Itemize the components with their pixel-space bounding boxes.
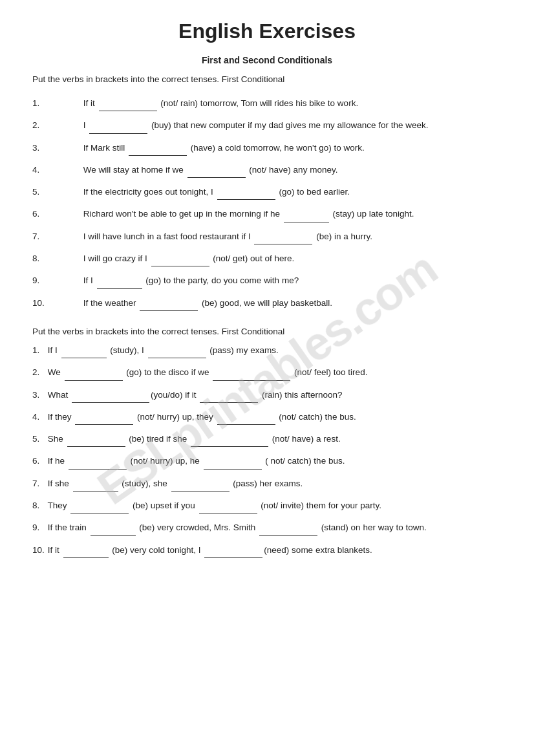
s2-blank-10-2 bbox=[204, 548, 262, 558]
num-6: 6. bbox=[32, 206, 52, 222]
sentence-8: 8. I will go crazy if I (not/ get) out o… bbox=[32, 251, 502, 266]
blank-9-1 bbox=[97, 279, 142, 289]
s2-blank-6-2 bbox=[204, 459, 262, 470]
s2-blank-8-2 bbox=[199, 503, 257, 513]
s2-sentence-9: 9. If the train (be) very crowded, Mrs. … bbox=[32, 520, 502, 535]
sentence-1: 1. If it (not/ rain) tomorrow, Tom will … bbox=[32, 96, 502, 111]
s2-blank-2-2 bbox=[213, 371, 290, 381]
s2-num-6: 6. bbox=[32, 453, 45, 469]
blank-2-1 bbox=[89, 124, 147, 134]
s2-num-9: 9. bbox=[32, 520, 45, 535]
s2-sentence-6: 6. If he (not/ hurry) up, he ( not/ catc… bbox=[32, 453, 502, 469]
s2-blank-5-2 bbox=[191, 437, 268, 447]
s2-sentence-7: 7. If she (study), she (pass) her exams. bbox=[32, 476, 502, 491]
num-2: 2. bbox=[32, 118, 52, 133]
s2-blank-9-2 bbox=[259, 526, 317, 536]
blank-7-1 bbox=[254, 234, 312, 244]
s2-num-2: 2. bbox=[32, 365, 45, 380]
s2-num-10: 10. bbox=[32, 543, 45, 558]
s2-num-3: 3. bbox=[32, 387, 45, 403]
s2-blank-6-1 bbox=[69, 459, 127, 470]
s5-text: If the electricity goes out tonight, I (… bbox=[83, 187, 350, 197]
s2-blank-3-2 bbox=[200, 393, 258, 403]
s9-text: If I (go) to the party, do you come with… bbox=[83, 275, 299, 285]
s2-sentence-2: 2. We (go) to the disco if we (not/ feel… bbox=[32, 365, 502, 380]
s3-text: If Mark still (have) a cold tomorrow, he… bbox=[83, 143, 365, 153]
num-3: 3. bbox=[32, 140, 52, 156]
sentence-6: 6. Richard won't be able to get up in th… bbox=[32, 206, 502, 222]
blank-1-1 bbox=[99, 101, 157, 111]
s2-blank-3-1 bbox=[72, 393, 149, 403]
section2-instruction: Put the verbs in brackets into the corre… bbox=[32, 327, 502, 336]
s2-blank-1-2 bbox=[148, 348, 206, 358]
s2-blank-9-1 bbox=[91, 526, 136, 536]
s2-num-1: 1. bbox=[32, 343, 45, 358]
blank-3-1 bbox=[129, 146, 187, 156]
s4-text: We will stay at home if we (not/ have) a… bbox=[83, 165, 338, 175]
s2-sentence-10: 10. If it (be) very cold tonight, I (nee… bbox=[32, 543, 502, 558]
s2-blank-4-1 bbox=[75, 415, 133, 425]
blank-8-1 bbox=[151, 256, 209, 266]
s2-num-7: 7. bbox=[32, 476, 45, 491]
section1-instruction: Put the verbs in brackets into the corre… bbox=[32, 74, 502, 84]
page-title: English Exercises bbox=[32, 19, 502, 43]
num-4: 4. bbox=[32, 162, 52, 178]
sentence-9: 9. If I (go) to the party, do you come w… bbox=[32, 273, 502, 288]
s2-num-5: 5. bbox=[32, 431, 45, 447]
num-9: 9. bbox=[32, 273, 52, 288]
num-10: 10. bbox=[32, 296, 52, 311]
s2-sentence-5: 5. She (be) tired if she (not/ have) a r… bbox=[32, 431, 502, 447]
s2-blank-7-1 bbox=[73, 481, 118, 491]
s2-text: I (buy) that new computer if my dad give… bbox=[83, 120, 429, 130]
s2-sentence-1: 1. If I (study), I (pass) my exams. bbox=[32, 343, 502, 358]
s2-blank-7-2 bbox=[171, 481, 230, 491]
s6-text: Richard won't be able to get up in the m… bbox=[83, 209, 414, 219]
s2-blank-10-1 bbox=[63, 548, 109, 558]
section2-exercises: 1. If I (study), I (pass) my exams. 2. W… bbox=[32, 343, 502, 558]
subtitle: First and Second Conditionals bbox=[32, 55, 502, 65]
s2-blank-5-1 bbox=[67, 437, 125, 447]
num-7: 7. bbox=[32, 229, 52, 244]
s10-text: If the weather (be) good, we will play b… bbox=[83, 298, 332, 308]
sentence-7: 7. I will have lunch in a fast food rest… bbox=[32, 229, 502, 244]
sentence-3: 3. If Mark still (have) a cold tomorrow,… bbox=[32, 140, 502, 156]
num-1: 1. bbox=[32, 96, 52, 111]
s7-text: I will have lunch in a fast food restaur… bbox=[83, 232, 372, 241]
s2-sentence-8: 8. They (be) upset if you (not/ invite) … bbox=[32, 498, 502, 513]
num-8: 8. bbox=[32, 251, 52, 266]
sentence-5: 5. If the electricity goes out tonight, … bbox=[32, 184, 502, 200]
s2-blank-8-1 bbox=[70, 503, 129, 513]
blank-10-1 bbox=[140, 301, 198, 311]
s2-sentence-4: 4. If they (not/ hurry) up, they (not/ c… bbox=[32, 409, 502, 425]
blank-6-1 bbox=[284, 212, 329, 222]
s2-blank-4-2 bbox=[217, 415, 275, 425]
sentence-2: 2. I (buy) that new computer if my dad g… bbox=[32, 118, 502, 133]
blank-5-1 bbox=[217, 189, 275, 200]
sentence-10: 10. If the weather (be) good, we will pl… bbox=[32, 296, 502, 311]
num-5: 5. bbox=[32, 184, 52, 200]
s8-text: I will go crazy if I (not/ get) out of h… bbox=[83, 254, 295, 263]
section1-exercises: 1. If it (not/ rain) tomorrow, Tom will … bbox=[32, 96, 502, 311]
s2-sentence-3: 3. What (you/do) if it (rain) this after… bbox=[32, 387, 502, 403]
s2-blank-1-1 bbox=[61, 348, 107, 358]
s1-text1: If it (not/ rain) tomorrow, Tom will rid… bbox=[83, 98, 358, 108]
s2-blank-2-1 bbox=[65, 371, 123, 381]
s2-num-4: 4. bbox=[32, 409, 45, 425]
s2-num-8: 8. bbox=[32, 498, 45, 513]
blank-4-1 bbox=[187, 167, 246, 178]
sentence-4: 4. We will stay at home if we (not/ have… bbox=[32, 162, 502, 178]
